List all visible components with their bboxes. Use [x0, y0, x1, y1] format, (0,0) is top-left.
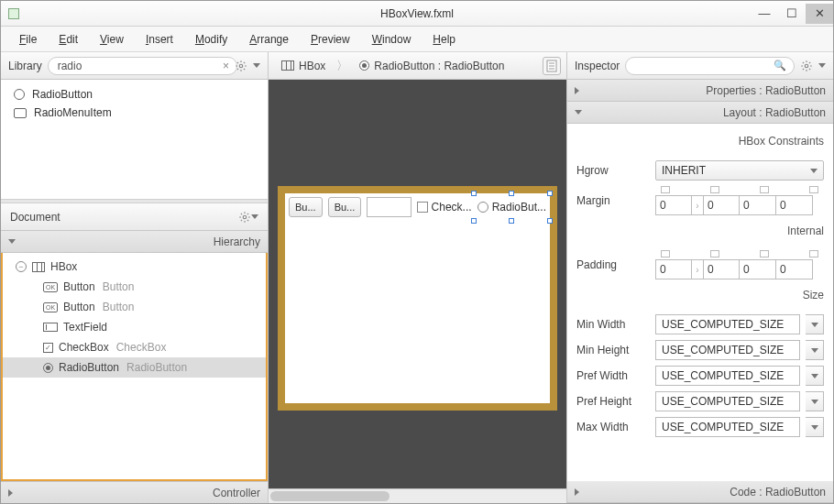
inspector-menu-dropdown-icon[interactable]: [818, 63, 826, 68]
library-item-radiobutton[interactable]: RadioButton: [3, 85, 266, 104]
design-canvas[interactable]: Bu... Bu... Check... RadioBut...: [278, 186, 557, 411]
preview-button[interactable]: Bu...: [328, 197, 362, 217]
prop-label: Margin: [576, 194, 650, 207]
tree-node-checkbox[interactable]: ✓ CheckBox CheckBox: [3, 337, 266, 357]
view-fxml-icon[interactable]: [543, 57, 561, 75]
hierarchy-tree: − HBox OK Button Button OK Button Button…: [1, 253, 268, 481]
preview-checkbox[interactable]: Check...: [417, 197, 472, 217]
library-list: RadioButton RadioMenuItem: [1, 80, 268, 199]
tree-node-text: RadioButton: [126, 361, 187, 374]
tree-node-button[interactable]: OK Button Button: [3, 297, 266, 317]
prop-hgrow: Hgrow INHERIT: [576, 160, 824, 181]
link-icon[interactable]: ›: [692, 259, 703, 279]
size-value-input[interactable]: USE_COMPUTED_SIZE: [655, 366, 800, 386]
tree-node-hbox[interactable]: − HBox: [3, 257, 266, 277]
menu-file[interactable]: File: [10, 29, 46, 49]
svg-point-6: [805, 64, 808, 68]
preview-radiobutton[interactable]: RadioBut...: [477, 197, 546, 217]
tree-node-radiobutton[interactable]: RadioButton RadioButton: [3, 357, 266, 378]
size-value-input[interactable]: USE_COMPUTED_SIZE: [655, 391, 800, 411]
margin-bottom-input[interactable]: [740, 195, 776, 215]
document-menu-icon[interactable]: [238, 211, 251, 224]
hbox-icon: [281, 60, 294, 71]
collapse-icon: [575, 110, 582, 115]
tree-node-type: Button: [63, 280, 95, 293]
menu-insert[interactable]: Insert: [137, 29, 182, 49]
scrollbar-thumb[interactable]: [270, 491, 390, 501]
size-dropdown[interactable]: [806, 391, 824, 411]
prop-max-width: Max Width USE_COMPUTED_SIZE: [576, 417, 824, 437]
link-icon[interactable]: ›: [692, 195, 703, 215]
menu-modify[interactable]: Modify: [186, 29, 236, 49]
padding-top-input[interactable]: [655, 259, 692, 279]
maximize-button[interactable]: ☐: [778, 4, 806, 24]
size-dropdown[interactable]: [806, 366, 824, 386]
library-search-input[interactable]: [48, 57, 237, 75]
code-section-header[interactable]: Code : RadioButton: [567, 481, 833, 503]
document-menu-dropdown-icon[interactable]: [251, 214, 258, 219]
preview-checkbox-label: Check...: [432, 201, 472, 214]
menu-arrange[interactable]: Arrange: [240, 29, 298, 49]
expand-icon: [8, 489, 16, 497]
library-item-label: RadioMenuItem: [34, 106, 112, 119]
margin-right-input[interactable]: [703, 195, 740, 215]
radiobutton-icon: [43, 363, 53, 373]
dropdown-icon: [811, 400, 818, 404]
breadcrumb-hbox[interactable]: HBox: [274, 58, 333, 74]
checkbox-box-icon: [417, 202, 428, 213]
prop-padding: Padding ›: [576, 250, 824, 279]
preview-textfield[interactable]: [367, 197, 411, 217]
size-dropdown[interactable]: [806, 340, 824, 360]
hgrow-combo[interactable]: INHERIT: [655, 160, 824, 181]
size-value-input[interactable]: USE_COMPUTED_SIZE: [655, 340, 800, 360]
prop-min-height: Min Height USE_COMPUTED_SIZE: [576, 340, 824, 360]
tree-node-type: RadioButton: [59, 361, 119, 374]
menu-help[interactable]: Help: [423, 29, 465, 49]
padding-right-input[interactable]: [703, 259, 740, 279]
prop-label: Pref Width: [576, 369, 650, 382]
tree-node-type: HBox: [50, 260, 77, 273]
breadcrumb-separator-icon: 〉: [336, 58, 348, 74]
library-item-radiomenuitem[interactable]: RadioMenuItem: [3, 104, 266, 122]
layout-section-header[interactable]: Layout : RadioButton: [567, 102, 833, 124]
close-button[interactable]: ✕: [806, 4, 833, 24]
minimize-button[interactable]: —: [751, 4, 778, 24]
size-value-input[interactable]: USE_COMPUTED_SIZE: [655, 417, 800, 437]
library-menu-icon[interactable]: [235, 60, 247, 72]
size-dropdown[interactable]: [806, 314, 824, 334]
prop-label: Pref Height: [576, 395, 650, 408]
properties-section-header[interactable]: Properties : RadioButton: [567, 80, 833, 102]
menu-view[interactable]: View: [91, 29, 133, 49]
inspector-search-input[interactable]: 🔍: [625, 57, 795, 75]
preview-button[interactable]: Bu...: [289, 197, 323, 217]
collapse-node-icon[interactable]: −: [16, 261, 27, 272]
expand-icon: [575, 488, 583, 496]
library-menu-dropdown-icon[interactable]: [253, 63, 260, 68]
design-canvas-area[interactable]: Bu... Bu... Check... RadioBut...: [269, 80, 566, 488]
margin-top-input[interactable]: [655, 195, 692, 215]
left-column: Library × RadioButton RadioMenuItem: [1, 52, 269, 503]
radiomenuitem-icon: [14, 108, 27, 118]
menu-edit[interactable]: Edit: [49, 29, 87, 49]
tree-node-textfield[interactable]: TextField: [3, 317, 266, 337]
padding-left-input[interactable]: [776, 259, 813, 279]
menu-window[interactable]: Window: [363, 29, 421, 49]
clear-search-icon[interactable]: ×: [223, 60, 229, 72]
horizontal-scrollbar[interactable]: [269, 488, 566, 503]
group-internal: Internal: [576, 225, 824, 237]
menu-preview[interactable]: Preview: [302, 29, 359, 49]
controller-header[interactable]: Controller: [1, 481, 268, 503]
inspector-menu-icon[interactable]: [800, 60, 813, 72]
breadcrumb-radiobutton[interactable]: RadioButton : RadioButton: [352, 58, 511, 74]
tree-node-button[interactable]: OK Button Button: [3, 277, 266, 297]
padding-bottom-input[interactable]: [740, 259, 776, 279]
hierarchy-header[interactable]: Hierarchy: [1, 231, 268, 253]
app-icon: [8, 8, 19, 19]
size-value-input[interactable]: USE_COMPUTED_SIZE: [655, 314, 800, 334]
size-dropdown[interactable]: [806, 417, 824, 437]
margin-left-input[interactable]: [776, 195, 813, 215]
code-section-title: Code : RadioButton: [583, 486, 826, 499]
tree-node-type: Button: [63, 301, 95, 313]
tree-node-text: Button: [103, 280, 135, 293]
prop-label: Padding: [576, 258, 650, 271]
